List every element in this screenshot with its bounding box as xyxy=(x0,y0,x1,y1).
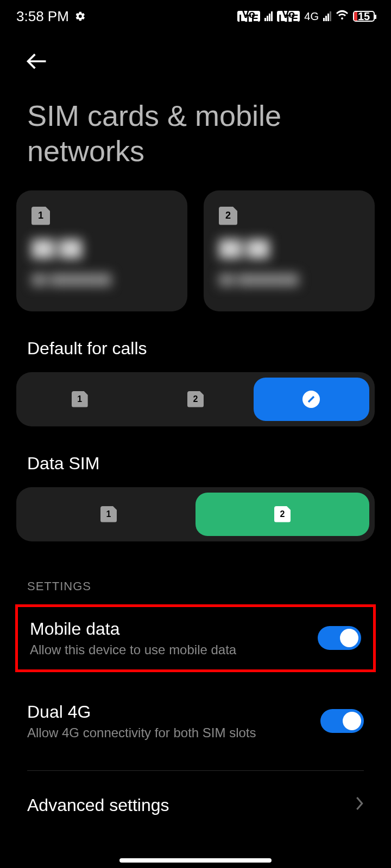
advanced-settings-title: Advanced settings xyxy=(27,795,169,815)
sim-chip-icon: 1 xyxy=(72,391,88,407)
battery-icon: 15 xyxy=(353,11,375,22)
dual-4g-sub: Allow 4G connectivity for both SIM slots xyxy=(27,725,320,741)
data-sim-option-1[interactable]: 1 xyxy=(22,493,195,536)
page-title: SIM cards & mobile networks xyxy=(0,82,391,190)
chevron-right-icon xyxy=(355,796,364,815)
sim-chip-icon: 2 xyxy=(187,391,204,407)
wifi-icon xyxy=(336,10,349,23)
volte-icon-1: VoLTE xyxy=(237,11,260,22)
settings-icon xyxy=(74,10,86,22)
sim-chip-icon: 1 xyxy=(31,207,50,225)
home-indicator[interactable] xyxy=(119,858,272,863)
advanced-settings-row[interactable]: Advanced settings xyxy=(0,776,391,834)
mobile-data-title: Mobile data xyxy=(30,619,318,639)
volte-icon-2: VoLTE xyxy=(277,11,300,22)
default-calls-option-2[interactable]: 2 xyxy=(137,378,253,421)
sim-chip-icon: 2 xyxy=(274,506,291,522)
mobile-data-sub: Allow this device to use mobile data xyxy=(30,642,318,658)
sim-chip-icon: 1 xyxy=(100,506,117,522)
default-calls-option-1[interactable]: 1 xyxy=(22,378,137,421)
status-time: 3:58 PM xyxy=(16,8,69,25)
back-button[interactable] xyxy=(22,46,52,76)
network-type: 4G xyxy=(304,14,319,19)
sim-card-2-name: ██ ██ xyxy=(219,237,360,260)
svg-line-1 xyxy=(308,397,314,402)
signal-icon-1 xyxy=(264,11,273,21)
default-calls-label: Default for calls xyxy=(0,311,391,372)
mobile-data-row[interactable]: Mobile data Allow this device to use mob… xyxy=(18,607,373,669)
data-sim-label: Data SIM xyxy=(0,426,391,487)
not-allowed-icon xyxy=(302,391,320,408)
default-calls-option-none[interactable] xyxy=(254,378,369,421)
divider xyxy=(27,770,364,771)
sim-chip-icon: 2 xyxy=(219,207,237,225)
data-sim-segment: 1 2 xyxy=(16,487,375,541)
data-sim-option-2[interactable]: 2 xyxy=(195,493,369,536)
sim-card-1-name: ██ ██ xyxy=(31,237,172,260)
battery-level: 15 xyxy=(354,10,374,23)
sim-card-2-number: ██ ████████ xyxy=(219,272,360,287)
sim-card-1[interactable]: 1 ██ ██ ██ ████████ xyxy=(16,190,187,311)
signal-icon-2 xyxy=(323,11,331,21)
status-bar: 3:58 PM VoLTE VoLTE 4G 15 xyxy=(0,0,391,33)
sim-cards-row: 1 ██ ██ ██ ████████ 2 ██ ██ ██ ████████ xyxy=(0,190,391,311)
default-calls-segment: 1 2 xyxy=(16,372,375,426)
dual-4g-title: Dual 4G xyxy=(27,702,320,722)
dual-4g-toggle[interactable] xyxy=(320,709,364,733)
sim-card-1-number: ██ ████████ xyxy=(31,272,172,287)
dual-4g-row[interactable]: Dual 4G Allow 4G connectivity for both S… xyxy=(0,688,391,754)
sim-card-2[interactable]: 2 ██ ██ ██ ████████ xyxy=(204,190,375,311)
settings-header: SETTINGS xyxy=(0,541,391,604)
mobile-data-highlight: Mobile data Allow this device to use mob… xyxy=(15,604,376,672)
mobile-data-toggle[interactable] xyxy=(318,626,361,650)
